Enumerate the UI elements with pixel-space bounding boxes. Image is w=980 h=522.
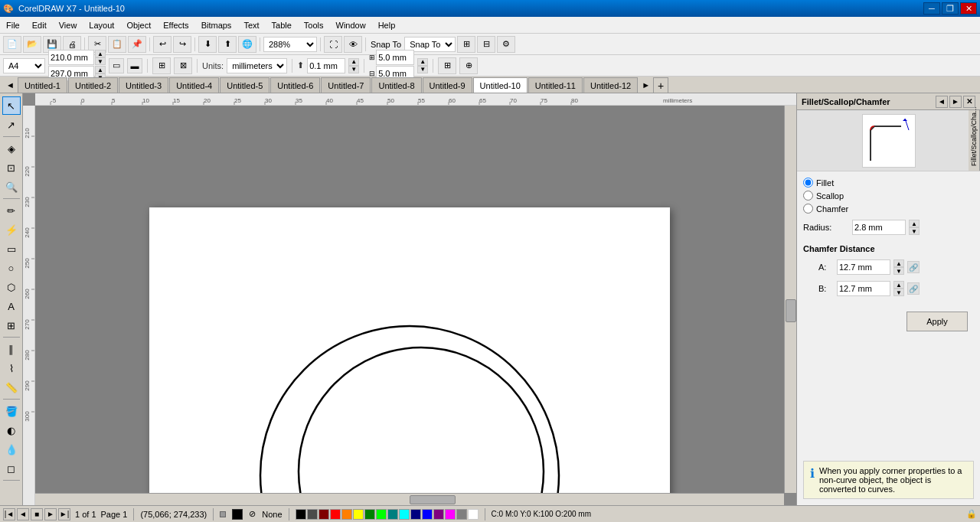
page-next-button[interactable]: ► (44, 508, 57, 520)
menu-text[interactable]: Text (237, 17, 265, 33)
smart-tool[interactable]: ⚡ (2, 220, 21, 239)
radius-up[interactable]: ▲ (909, 220, 920, 227)
menu-file[interactable]: File (0, 17, 26, 33)
palette-red[interactable] (330, 509, 341, 520)
radius-input[interactable] (852, 220, 906, 235)
open-button[interactable]: 📂 (23, 36, 41, 53)
tab-untitled-3[interactable]: Untitled-3 (119, 77, 168, 93)
palette-gray[interactable] (456, 509, 467, 520)
text-tool[interactable]: A (2, 297, 21, 315)
crop-tool[interactable]: ⊡ (2, 158, 21, 177)
minimize-button[interactable]: ─ (923, 2, 940, 15)
page-prev-button[interactable]: ◄ (17, 508, 29, 520)
select-tool[interactable]: ↖ (2, 96, 21, 115)
freehand-tool[interactable]: ↗ (2, 116, 21, 134)
redo-button[interactable]: ↪ (173, 36, 191, 53)
palette-cyan[interactable] (399, 509, 410, 520)
palette-yellow[interactable] (353, 509, 364, 520)
canvas-area[interactable]: -5 0 5 10 15 20 25 30 35 40 45 (23, 93, 796, 505)
snap-up[interactable]: ▲ (417, 58, 428, 66)
width-spinner[interactable]: ▲ ▼ (95, 50, 106, 65)
menu-tools[interactable]: Tools (298, 17, 330, 33)
palette-darkblue[interactable] (410, 509, 421, 520)
landscape-btn[interactable]: ▬ (127, 58, 142, 73)
apply-button[interactable]: Apply (906, 312, 968, 331)
palette-magenta[interactable] (445, 509, 456, 520)
interactive-tool[interactable]: ◐ (2, 421, 21, 439)
undo-button[interactable]: ↩ (153, 36, 172, 53)
ellipse-tool[interactable]: ○ (2, 259, 21, 277)
b-link-button[interactable]: 🔗 (907, 282, 920, 295)
hscroll-thumb[interactable] (410, 495, 456, 504)
portrait-btn[interactable]: ▭ (109, 58, 124, 73)
grid-btn[interactable]: ⊞ (438, 57, 456, 74)
zoom-tool[interactable]: 🔍 (2, 178, 21, 196)
b-up[interactable]: ▲ (893, 281, 904, 289)
units-select[interactable]: millimeters (227, 58, 287, 73)
tab-untitled-4[interactable]: Untitled-4 (169, 77, 219, 93)
measure-tool[interactable]: 📏 (2, 378, 21, 396)
connector-tool[interactable]: ⌇ (2, 359, 21, 377)
close-button[interactable]: ✕ (960, 2, 977, 15)
fillet-radio[interactable]: Fillet (803, 178, 974, 188)
menu-object[interactable]: Object (120, 17, 157, 33)
width-up[interactable]: ▲ (95, 50, 106, 57)
height-up[interactable]: ▲ (95, 66, 106, 73)
menu-view[interactable]: View (53, 17, 83, 33)
palette-white[interactable] (468, 509, 479, 520)
panel-side-tab[interactable]: Fillet/Scallop/Cha... (969, 110, 980, 171)
copy-button[interactable]: 📋 (108, 36, 126, 53)
polygon-tool[interactable]: ⬡ (2, 278, 21, 296)
options-button[interactable]: ⚙ (497, 36, 515, 53)
eyedropper-tool[interactable]: 💧 (2, 440, 21, 458)
a-up[interactable]: ▲ (893, 259, 904, 267)
tab-untitled-2[interactable]: Untitled-2 (68, 77, 118, 93)
radius-down[interactable]: ▼ (909, 227, 920, 235)
scallop-radio[interactable]: Scallop (803, 191, 974, 201)
chamfer-b-input[interactable] (837, 281, 890, 296)
palette-blue[interactable] (422, 509, 433, 520)
paste-button[interactable]: 📌 (128, 36, 146, 53)
view-button[interactable]: 👁 (344, 36, 362, 53)
tab-untitled-1[interactable]: Untitled-1 (18, 77, 67, 93)
tab-untitled-6[interactable]: Untitled-6 (270, 77, 320, 93)
menu-window[interactable]: Window (330, 17, 372, 33)
tab-nav-right[interactable]: ► (639, 77, 653, 93)
a-spinner[interactable]: ▲ ▼ (893, 259, 904, 275)
page-last-button[interactable]: ►| (58, 508, 70, 520)
fill-color-swatch[interactable] (232, 509, 243, 520)
page-stop-button[interactable]: ■ (31, 508, 43, 520)
menu-bitmaps[interactable]: Bitmaps (195, 17, 238, 33)
menu-effects[interactable]: Effects (157, 17, 194, 33)
table-tool[interactable]: ⊞ (2, 316, 21, 334)
snap-down[interactable]: ▼ (417, 66, 428, 73)
border-btn[interactable]: ⊠ (174, 57, 192, 74)
add-page-btn[interactable]: ⊕ (459, 57, 478, 74)
shape-tool[interactable]: ◈ (2, 139, 21, 158)
snap-spinner[interactable]: ▲ ▼ (417, 58, 428, 73)
palette-darkgray[interactable] (307, 509, 318, 520)
outline-tool[interactable]: ◻ (2, 459, 21, 478)
snap-btn1[interactable]: ⊞ (457, 36, 475, 53)
menu-help[interactable]: Help (372, 17, 402, 33)
canvas-drawing-area[interactable] (35, 106, 784, 493)
panel-nav-left[interactable]: ◄ (936, 96, 948, 108)
chamfer-radio[interactable]: Chamfer (803, 204, 974, 214)
radius-spinner[interactable]: ▲ ▼ (909, 220, 920, 235)
tab-nav-left[interactable]: ◄ (3, 77, 18, 93)
page-first-button[interactable]: |◄ (3, 508, 15, 520)
palette-green[interactable] (376, 509, 387, 520)
a-link-button[interactable]: 🔗 (907, 261, 920, 273)
palette-darkred[interactable] (318, 509, 329, 520)
rect-tool[interactable]: ▭ (2, 240, 21, 258)
tab-untitled-7[interactable]: Untitled-7 (321, 77, 371, 93)
nudge-input[interactable] (307, 58, 345, 73)
restore-button[interactable]: ❐ (942, 2, 959, 15)
fill-tool[interactable]: 🪣 (2, 402, 21, 420)
export-button[interactable]: ⬆ (218, 36, 237, 53)
vertical-scrollbar[interactable] (784, 106, 796, 493)
vscroll-thumb[interactable] (786, 299, 796, 322)
parallel-tool[interactable]: ∥ (2, 340, 21, 358)
page-width-input[interactable] (48, 50, 94, 65)
b-down[interactable]: ▼ (893, 289, 904, 296)
